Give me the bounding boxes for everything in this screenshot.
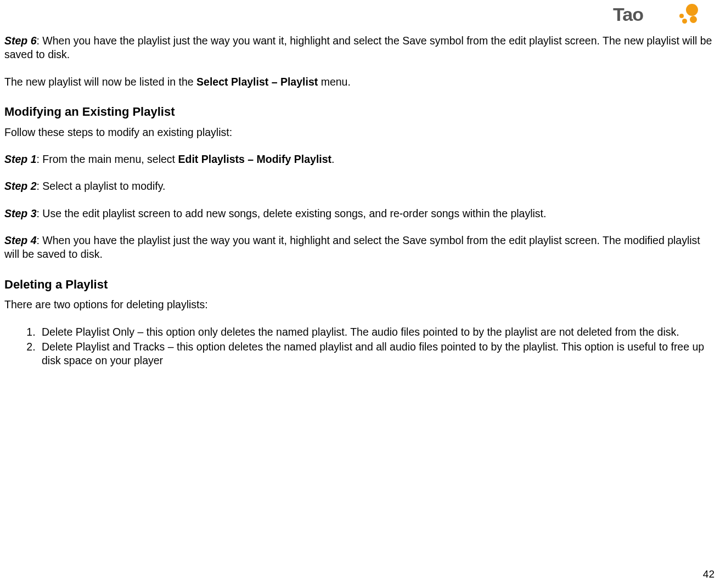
modify-step-3: Step 3: Use the edit playlist screen to … <box>4 207 716 220</box>
tao-logo: Tao <box>613 3 698 27</box>
modify-step-1-bold: Edit Playlists – Modify Playlist <box>178 153 331 165</box>
modify-step-4-text: : When you have the playlist just the wa… <box>4 234 700 260</box>
modify-step-2: Step 2: Select a playlist to modify. <box>4 179 716 193</box>
modify-step-1-suffix: . <box>331 153 334 165</box>
modify-intro: Follow these steps to modify an existing… <box>4 126 716 139</box>
step-6-label: Step 6 <box>4 35 37 47</box>
delete-heading: Deleting a Playlist <box>4 277 716 293</box>
modify-step-2-text: : Select a playlist to modify. <box>37 180 166 192</box>
list-item: Delete Playlist and Tracks – this option… <box>38 340 716 368</box>
modify-step-1: Step 1: From the main menu, select Edit … <box>4 152 716 166</box>
modify-heading: Modifying an Existing Playlist <box>4 104 716 120</box>
step-6-text: : When you have the playlist just the wa… <box>4 35 712 60</box>
delete-options-list: Delete Playlist Only – this option only … <box>29 325 716 368</box>
step-6-paragraph: Step 6: When you have the playlist just … <box>4 34 716 62</box>
new-playlist-prefix: The new playlist will now be listed in t… <box>4 76 196 88</box>
modify-step-3-label: Step 3 <box>4 207 37 219</box>
modify-step-1-label: Step 1 <box>4 153 37 165</box>
page-number: 42 <box>703 568 715 580</box>
document-body: Step 6: When you have the playlist just … <box>4 5 716 368</box>
modify-step-2-label: Step 2 <box>4 180 37 192</box>
new-playlist-bold: Select Playlist – Playlist <box>196 76 318 88</box>
logo-text: Tao <box>613 4 643 25</box>
list-item: Delete Playlist Only – this option only … <box>38 325 716 339</box>
modify-step-3-text: : Use the edit playlist screen to add ne… <box>37 207 547 219</box>
new-playlist-suffix: menu. <box>318 76 351 88</box>
modify-step-1-prefix: : From the main menu, select <box>37 153 178 165</box>
modify-step-4: Step 4: When you have the playlist just … <box>4 234 716 262</box>
modify-step-4-label: Step 4 <box>4 234 37 246</box>
delete-intro: There are two options for deleting playl… <box>4 298 716 312</box>
new-playlist-paragraph: The new playlist will now be listed in t… <box>4 75 716 89</box>
